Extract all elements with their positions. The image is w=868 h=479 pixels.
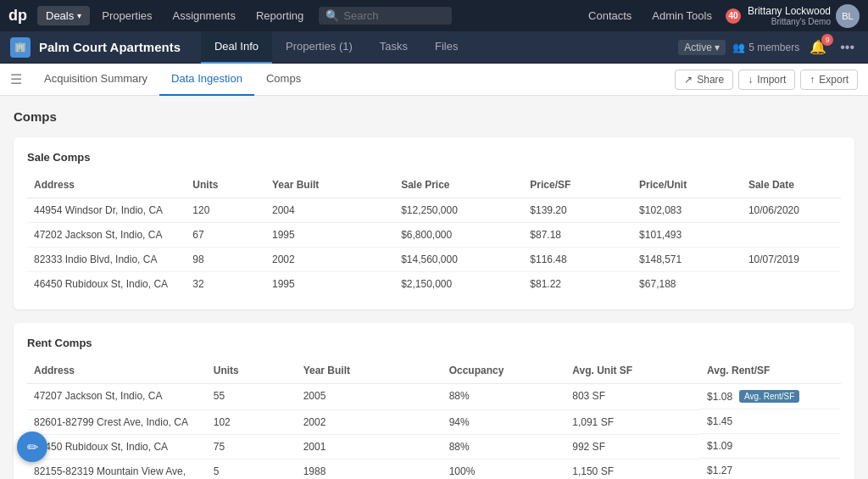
avatar[interactable]: BL <box>836 4 860 28</box>
cell-avg-rent-sf: $1.27 <box>700 459 841 479</box>
cell-year-built: 2004 <box>265 198 394 223</box>
table-row: 47202 Jackson St, Indio, CA 67 1995 $6,8… <box>27 223 841 248</box>
cell-price-sf: $116.48 <box>523 248 632 272</box>
col-header-sale-price: Sale Price <box>394 174 523 198</box>
nav-reporting[interactable]: Reporting <box>248 6 312 25</box>
table-row: 47207 Jackson St, Indio, CA 55 2005 88% … <box>27 384 841 410</box>
edit-icon: ✏ <box>27 439 38 455</box>
cell-year-built: 2002 <box>265 248 394 272</box>
table-row: 44954 Windsor Dr, Indio, CA 120 2004 $12… <box>27 198 841 223</box>
search-input[interactable] <box>343 9 445 22</box>
rent-comps-table: Address Units Year Built Occupancy Avg. … <box>27 359 841 479</box>
cell-price-sf: $139.20 <box>523 198 632 223</box>
notifications-button[interactable]: 🔔 9 <box>806 37 830 57</box>
admin-tools-button[interactable]: Admin Tools <box>645 6 719 25</box>
cell-avg-rent-sf: $1.45 <box>700 409 841 434</box>
sale-comps-card: Sale Comps Address Units Year Built Sale… <box>14 137 854 309</box>
cell-avg-unit-sf: 992 SF <box>565 434 700 459</box>
fab-edit-button[interactable]: ✏ <box>17 432 47 462</box>
cell-address: 82601-82799 Crest Ave, Indio, CA <box>27 409 207 434</box>
tab-deal-info[interactable]: Deal Info <box>201 31 272 64</box>
cell-price-unit: $102,083 <box>632 198 742 223</box>
top-navigation: dp Deals ▾ Properties Assignments Report… <box>0 0 868 31</box>
col-header-year-built: Year Built <box>297 359 442 384</box>
col-header-year-built: Year Built <box>265 174 394 198</box>
cell-price-sf: $81.22 <box>523 272 632 297</box>
cell-sale-price: $14,560,000 <box>394 248 523 272</box>
table-row: 46450 Rubidoux St, Indio, CA 75 2001 88%… <box>27 434 841 459</box>
cell-year-built: 2005 <box>297 384 442 410</box>
cell-occupancy: 94% <box>442 409 566 434</box>
cell-year-built: 1995 <box>265 223 394 248</box>
avg-rent-sf-tooltip: Avg. Rent/SF <box>739 390 799 403</box>
tab-acquisition-summary[interactable]: Acquisition Summary <box>32 64 159 96</box>
cell-sale-date: 10/06/2020 <box>742 198 841 223</box>
rent-comps-title: Rent Comps <box>27 337 841 349</box>
cell-year-built: 2001 <box>297 434 442 459</box>
cell-units: 32 <box>186 272 265 297</box>
user-info: Brittany Lockwood Brittany's Demo BL <box>748 4 860 28</box>
cell-sale-date <box>742 272 841 297</box>
search-bar[interactable]: 🔍 <box>319 7 452 25</box>
notif-count: 9 <box>821 34 833 46</box>
share-button[interactable]: ↗ Share <box>675 70 733 90</box>
cell-avg-unit-sf: 803 SF <box>565 384 700 410</box>
cell-sale-price: $2,150,000 <box>394 272 523 297</box>
app-logo: dp <box>8 7 27 25</box>
cell-price-unit: $101,493 <box>632 223 742 248</box>
deal-title: Palm Court Apartments <box>39 40 181 54</box>
col-header-sale-date: Sale Date <box>742 174 841 198</box>
members-button[interactable]: 👥 5 members <box>732 42 799 53</box>
cell-address: 46450 Rubidoux St, Indio, CA <box>27 434 207 459</box>
tab-files[interactable]: Files <box>421 31 471 64</box>
nav-properties[interactable]: Properties <box>93 6 160 25</box>
cell-year-built: 1995 <box>265 272 394 297</box>
cell-avg-unit-sf: 1,091 SF <box>565 409 700 434</box>
cell-year-built: 1988 <box>297 459 442 479</box>
cell-address: 47202 Jackson St, Indio, CA <box>27 223 186 248</box>
col-header-units: Units <box>207 359 297 384</box>
status-badge[interactable]: Active ▾ <box>678 40 726 55</box>
sub-navigation: ☰ Acquisition Summary Data Ingestion Com… <box>0 64 868 96</box>
cell-address: 82155-82319 Mountain View Ave, Indio, CA <box>27 459 207 479</box>
tab-data-ingestion[interactable]: Data Ingestion <box>159 64 254 96</box>
share-icon: ↗ <box>684 74 693 86</box>
sub-nav-actions: ↗ Share ↓ Import ↑ Export <box>675 70 858 90</box>
hamburger-icon[interactable]: ☰ <box>10 71 22 87</box>
col-header-avg-rent-sf: Avg. Rent/SF <box>700 359 841 384</box>
export-icon: ↑ <box>810 74 815 86</box>
sale-comps-table: Address Units Year Built Sale Price Pric… <box>27 174 841 296</box>
search-icon: 🔍 <box>326 9 339 22</box>
cell-avg-unit-sf: 1,150 SF <box>565 459 700 479</box>
cell-address: 47207 Jackson St, Indio, CA <box>27 384 207 410</box>
cell-units: 98 <box>186 248 265 272</box>
more-options-button[interactable]: ••• <box>837 38 858 57</box>
col-header-occupancy: Occupancy <box>442 359 566 384</box>
table-row: 46450 Rubidoux St, Indio, CA 32 1995 $2,… <box>27 272 841 297</box>
nav-assignments[interactable]: Assignments <box>164 6 244 25</box>
cell-address: 82333 Indio Blvd, Indio, CA <box>27 248 186 272</box>
tab-tasks[interactable]: Tasks <box>366 31 421 64</box>
contacts-button[interactable]: Contacts <box>581 6 638 25</box>
rent-comps-card: Rent Comps Address Units Year Built Occu… <box>14 323 854 479</box>
col-header-price-sf: Price/SF <box>523 174 632 198</box>
chevron-down-icon: ▾ <box>77 11 81 20</box>
table-row: 82155-82319 Mountain View Ave, Indio, CA… <box>27 459 841 479</box>
cell-occupancy: 100% <box>442 459 566 479</box>
deal-header-right: Active ▾ 👥 5 members 🔔 9 ••• <box>678 37 858 57</box>
import-button[interactable]: ↓ Import <box>738 70 795 90</box>
cell-avg-rent-sf: $1.08Avg. Rent/SF <box>700 384 841 409</box>
tab-comps[interactable]: Comps <box>254 64 313 96</box>
tab-properties[interactable]: Properties (1) <box>272 31 366 64</box>
cell-sale-date <box>742 223 841 248</box>
cell-units: 120 <box>186 198 265 223</box>
notification-badge[interactable]: 40 <box>726 8 741 24</box>
export-button[interactable]: ↑ Export <box>800 70 858 90</box>
cell-occupancy: 88% <box>442 384 566 410</box>
col-header-address: Address <box>27 174 186 198</box>
nav-deals[interactable]: Deals ▾ <box>37 6 90 25</box>
nav-right-section: Contacts Admin Tools 40 Brittany Lockwoo… <box>581 4 860 28</box>
cell-address: 46450 Rubidoux St, Indio, CA <box>27 272 186 297</box>
deal-header: 🏢 Palm Court Apartments Deal Info Proper… <box>0 31 868 64</box>
cell-units: 5 <box>207 459 297 479</box>
